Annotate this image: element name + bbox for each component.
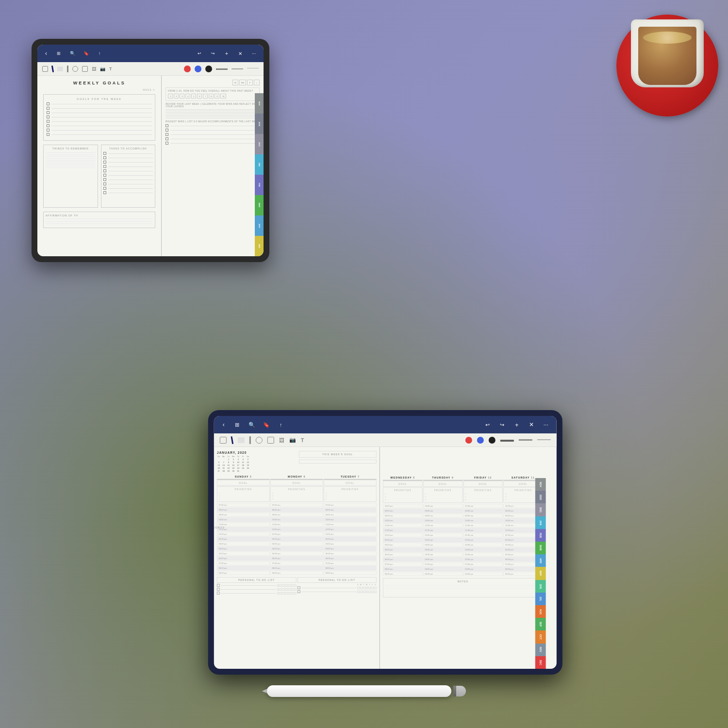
pencil-icon-small[interactable] xyxy=(67,66,68,72)
todo-check-3[interactable] xyxy=(217,592,220,595)
add-button-large[interactable]: + xyxy=(511,419,523,430)
todo-check-r1[interactable] xyxy=(297,586,300,589)
more-button-large[interactable]: ··· xyxy=(540,419,552,430)
grid-icon-large[interactable]: ⊞ xyxy=(232,419,243,430)
tab-dec-large[interactable]: DEC xyxy=(535,656,546,669)
share-icon-large[interactable]: ↑ xyxy=(275,419,287,430)
m-toggle[interactable]: M xyxy=(232,80,238,85)
rating-8[interactable]: 8 xyxy=(209,94,214,99)
weeks-goal-input[interactable] xyxy=(298,460,377,463)
rating-9[interactable]: 9 xyxy=(215,94,219,99)
todo-day-s[interactable] xyxy=(277,584,279,587)
tab-jun-large[interactable]: JUN xyxy=(535,580,546,593)
tab-sep-large[interactable]: SEP xyxy=(535,618,546,630)
tab-jan-small[interactable]: JAN xyxy=(255,154,264,175)
line-medium-small[interactable] xyxy=(232,68,243,69)
zoom-icon-large[interactable]: 🔍 xyxy=(246,419,258,430)
tab-oct-large[interactable]: OCT xyxy=(535,630,546,643)
select-icon-small[interactable] xyxy=(42,66,48,72)
tab-2021-large[interactable]: 2021 xyxy=(535,503,546,516)
text-icon-large[interactable]: T xyxy=(301,437,304,443)
grid-icon-small[interactable]: ⊞ xyxy=(53,48,65,59)
eraser-icon-large[interactable] xyxy=(238,437,245,443)
image-icon-large[interactable]: 🖼 xyxy=(279,437,284,443)
back-button-large[interactable]: ‹ xyxy=(219,420,229,430)
more-button-small[interactable]: ··· xyxy=(248,48,260,59)
pencil-icon-large[interactable] xyxy=(249,436,251,444)
color-black-small[interactable] xyxy=(205,66,212,72)
todo-day-sat[interactable] xyxy=(294,584,296,587)
lasso-icon-small[interactable] xyxy=(82,66,88,72)
tab-nov-large[interactable]: NOV xyxy=(535,478,546,491)
todo-day-m[interactable] xyxy=(280,584,282,587)
rating-1[interactable]: 1 xyxy=(168,94,173,99)
image-icon-small[interactable]: 🖼 xyxy=(92,66,96,71)
lasso-icon-large[interactable] xyxy=(267,437,274,444)
tab-feb-large[interactable]: FEB xyxy=(535,529,546,542)
color-blue-small[interactable] xyxy=(195,66,201,72)
tab-nov-small[interactable]: NOV xyxy=(255,93,264,114)
add-button-small[interactable]: + xyxy=(221,48,232,59)
tab-jul-large[interactable]: JUL xyxy=(535,593,546,605)
color-red-small[interactable] xyxy=(184,66,191,72)
shapes-icon-small[interactable] xyxy=(72,66,78,72)
tab-2020-small[interactable]: 2020 xyxy=(255,114,264,134)
line-thin-large[interactable] xyxy=(537,439,551,440)
line-thin-small[interactable] xyxy=(247,68,259,68)
tab-nov2-large[interactable]: NOV xyxy=(535,644,546,656)
color-blue-large[interactable] xyxy=(477,437,484,444)
rating-5[interactable]: 5 xyxy=(191,94,196,99)
rating-2[interactable]: 2 xyxy=(174,94,179,99)
todo-check-2[interactable] xyxy=(217,588,220,591)
pen-icon-small[interactable] xyxy=(51,65,54,72)
zoom-icon-small[interactable]: 🔍 xyxy=(66,48,78,59)
todo-day-f[interactable] xyxy=(291,584,294,587)
tab-2021-small[interactable]: 2021 xyxy=(255,134,264,154)
pen-icon-large[interactable] xyxy=(231,436,233,444)
rating-10[interactable]: 10 xyxy=(220,94,226,99)
rating-7[interactable]: 7 xyxy=(203,94,208,99)
tab-apr-large[interactable]: APR xyxy=(535,554,546,567)
line-thick-small[interactable] xyxy=(216,68,228,70)
redo-button-small[interactable]: ↪ xyxy=(207,48,219,59)
camera-icon-small[interactable]: 📷 xyxy=(100,66,105,71)
redo-button-large[interactable]: ↪ xyxy=(496,419,508,430)
bookmark-icon-large[interactable]: 🔖 xyxy=(261,419,272,430)
color-black-large[interactable] xyxy=(489,437,496,444)
tab-feb-small[interactable]: FEB xyxy=(255,175,264,195)
tab-aug-large[interactable]: AUG xyxy=(535,605,546,618)
close-button-small[interactable]: ✕ xyxy=(234,48,246,59)
select-icon-large[interactable] xyxy=(220,437,227,444)
color-red-large[interactable] xyxy=(465,437,472,444)
close-button-large[interactable]: ✕ xyxy=(526,419,537,430)
todo-day-th[interactable] xyxy=(288,584,291,587)
undo-button-large[interactable]: ↩ xyxy=(482,419,494,430)
tab-mar-large[interactable]: MAR xyxy=(535,542,546,554)
rating-3[interactable]: 3 xyxy=(180,94,184,99)
text-icon-small[interactable]: T xyxy=(109,66,112,71)
tab-mar-small[interactable]: MAR xyxy=(255,195,264,215)
tab-apr-small[interactable]: APR xyxy=(255,215,264,236)
todo-check-1[interactable] xyxy=(217,584,220,587)
rating-6[interactable]: 6 xyxy=(197,94,202,99)
plus-toggle[interactable]: + xyxy=(254,80,260,85)
todo-day-t[interactable] xyxy=(282,584,285,587)
rating-4[interactable]: 4 xyxy=(185,94,190,99)
back-button-small[interactable]: ‹ xyxy=(41,49,51,58)
camera-icon-large[interactable]: 📷 xyxy=(289,437,296,443)
shapes-icon-large[interactable] xyxy=(256,437,263,444)
line-thick-large[interactable] xyxy=(500,440,514,442)
todo-check-r2[interactable] xyxy=(297,590,300,593)
todo-day-w[interactable] xyxy=(285,584,288,587)
line-medium-large[interactable] xyxy=(519,439,532,441)
tab-may-small[interactable]: MAY xyxy=(255,236,264,256)
f-toggle[interactable]: F xyxy=(247,80,253,85)
tab-jan-large[interactable]: JAN xyxy=(535,516,546,529)
bookmark-icon-small[interactable]: 🔖 xyxy=(80,48,92,59)
eraser-icon-small[interactable] xyxy=(57,66,63,71)
tab-2020-large[interactable]: 2020 xyxy=(535,491,546,503)
tab-may-large[interactable]: MAY xyxy=(535,567,546,579)
we-toggle[interactable]: WE xyxy=(239,80,246,85)
undo-button-small[interactable]: ↩ xyxy=(194,48,205,59)
share-icon-small[interactable]: ↑ xyxy=(94,48,105,59)
